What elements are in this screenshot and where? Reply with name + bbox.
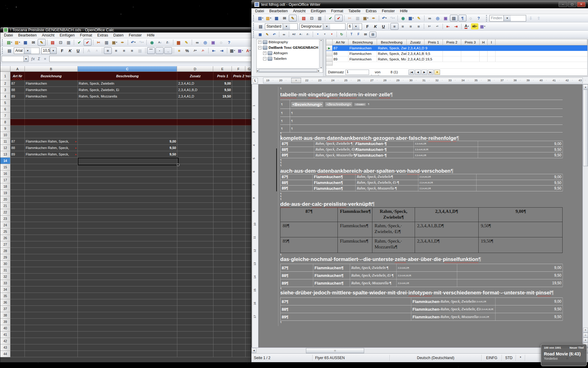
cell[interactable] [232,119,246,125]
grid-column-header[interactable]: Art Nr [333,39,349,45]
cell[interactable] [177,261,213,267]
font-name-combo[interactable]: Arial▼ [14,48,40,54]
row-header-30[interactable]: 30 [0,261,10,267]
cell[interactable] [78,196,177,203]
cell[interactable]: 9,00 [78,138,177,145]
cell[interactable] [10,261,25,267]
cell[interactable] [232,286,246,293]
align-center-icon[interactable]: ≡ [112,48,120,54]
autofilter-icon[interactable]: ▼ [315,32,321,37]
menu-daten[interactable]: Daten [111,33,126,38]
cell[interactable] [78,203,177,209]
column-header-C[interactable]: C [78,66,177,72]
cell[interactable] [213,306,232,312]
table-cell[interactable]: Flammkuchen¶ [313,272,350,279]
cell[interactable] [213,145,232,151]
row-header-3[interactable]: 3 [0,87,10,93]
toolbar-grip[interactable] [253,15,255,21]
cell[interactable] [10,332,25,338]
menu-bearbeiten[interactable]: Bearbeiten [267,8,290,14]
cell[interactable] [10,338,25,344]
table-cell[interactable]: Rahm,·Speck,·Zwiebeln,·Ei·¶ [356,180,418,186]
grid-cell[interactable]: Flammkuchen [349,45,377,51]
hyperlink-icon[interactable]: ◉ [148,39,156,45]
remove-filter-icon[interactable]: ▼ [329,32,335,37]
next-page-icon[interactable]: ⇊ [583,338,588,343]
row-selector[interactable] [326,56,333,62]
row-header-31[interactable]: 31 [0,267,10,274]
align-top-icon[interactable]: ⎺ [147,47,155,54]
grid-cell[interactable] [443,45,461,51]
merge-cells-icon[interactable]: ▦ [136,48,144,54]
cell[interactable]: Zusatz [177,72,213,80]
row-selector[interactable] [326,51,333,56]
row-header-5[interactable]: 5 [0,100,10,106]
sort-descending-icon[interactable]: Z↓ [305,32,311,37]
table-cell[interactable]: 89¶ [281,237,338,253]
grid-cell[interactable]: 9,5 [424,51,443,56]
cell[interactable] [213,164,232,171]
cell[interactable] [213,351,232,357]
grid-row[interactable]: 88FlammkuchenRahm, Speck, Zwi2,3,4,A1,B,… [326,51,587,56]
cell[interactable] [25,113,78,119]
navigator-icon[interactable]: ◎ [434,15,441,21]
cell[interactable]: Flammkuchen [25,93,78,100]
cell[interactable] [177,158,213,164]
browser-splitter[interactable] [323,38,326,76]
grid-cell[interactable]: 2,3,4,A1,B, [407,51,424,56]
spellcheck-icon[interactable]: ✔ [76,39,83,45]
table-cell[interactable]: <Bezeichnung><Beschreibung><Zusatz>¶ [290,100,563,109]
cell[interactable] [10,171,25,177]
cell[interactable]: Rahm, Speck, Mozzarella [78,93,177,100]
nonprinting-characters-icon[interactable]: ¶ [458,15,466,21]
table-cell[interactable]: 88¶ [281,305,411,313]
cell[interactable] [213,222,232,228]
combo-arrow-icon[interactable]: ▼ [503,15,511,21]
cell[interactable] [213,338,232,344]
cell[interactable] [232,332,246,338]
row-header-22[interactable]: 22 [0,209,10,216]
status-page-style[interactable]: Flyer 6S AUSSEN [313,355,390,361]
cell[interactable]: 2,3,4,A1,B,D [177,87,213,93]
cell[interactable] [78,351,177,357]
grid-cell[interactable]: Rahm, Speck, Zwi [377,51,407,56]
cell[interactable] [10,113,25,119]
cell[interactable] [177,100,213,106]
zoom-icon[interactable]: ◌ [467,15,474,21]
toolbar-grip[interactable] [253,23,255,29]
table-data-undo-icon[interactable]: ↶ [271,32,277,37]
scroll-up-icon[interactable]: ▲ [583,84,588,89]
table-cell[interactable]: 87¶ [281,174,313,180]
grid-cell[interactable]: Rahm, Speck, Mo [377,56,407,62]
table-cell[interactable]: Flammkuchen·Rahm,·Speck,·Mozzarella2,3,4… [411,313,496,320]
email-icon[interactable]: ✉ [30,39,37,45]
row-header-27[interactable]: 27 [0,241,10,248]
grid-cell[interactable]: 87 [333,45,349,51]
cell[interactable] [213,254,232,261]
cell[interactable] [213,119,232,125]
data-to-text-icon[interactable]: T [348,32,355,37]
data-source-grid[interactable]: Art NrBezeichnungBeschreibungZusatzPreis… [326,39,588,76]
cell[interactable] [78,267,177,274]
cell[interactable] [232,274,246,280]
cell[interactable] [10,286,25,293]
cell[interactable] [78,158,177,164]
align-left-icon[interactable]: ≡ [390,23,398,30]
cell[interactable] [177,306,213,312]
row-header-24[interactable]: 24 [0,222,10,228]
column-header-D[interactable]: D [177,66,213,72]
cell[interactable] [10,177,25,183]
cell[interactable] [213,113,232,119]
cell[interactable] [232,248,246,254]
cell[interactable] [232,306,246,312]
cell[interactable] [25,216,78,222]
tree-expander-icon[interactable]: + [258,40,262,44]
cell[interactable] [213,151,232,158]
copy-icon[interactable]: ▥ [103,39,110,45]
cell[interactable] [78,209,177,216]
grid-column-header[interactable]: Beschreibung [377,39,407,45]
cut-icon[interactable]: ✂ [346,15,353,21]
cell[interactable] [78,190,177,196]
cell[interactable] [213,216,232,222]
row-header-26[interactable]: 26 [0,235,10,241]
